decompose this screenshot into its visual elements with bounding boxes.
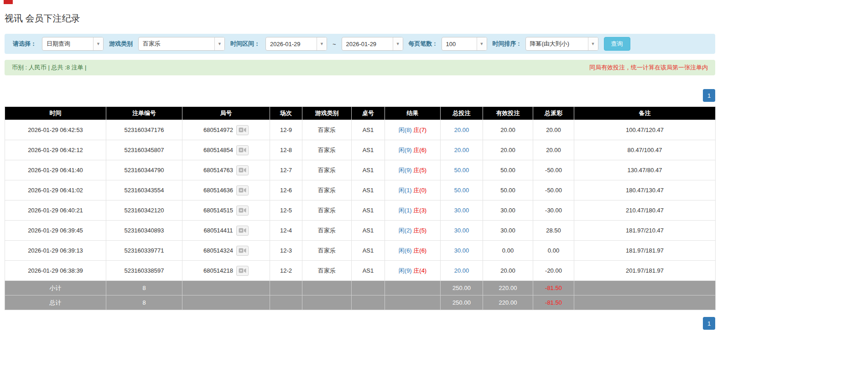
- date-to-value[interactable]: [342, 37, 393, 50]
- cell-valid-bet: 20.00: [483, 140, 533, 160]
- result-banker: 庄(5): [413, 227, 426, 234]
- footer-valid-bet: 220.00: [483, 295, 533, 310]
- cell-table-number: AS1: [352, 120, 385, 140]
- result-banker: 庄(6): [413, 147, 426, 153]
- game-type-value[interactable]: [139, 37, 214, 50]
- col-time: 时间: [5, 107, 106, 120]
- page-size-label: 每页笔数 :: [409, 40, 436, 48]
- date-from-value[interactable]: [266, 37, 317, 50]
- cell-result: 闲(1) 庄(0): [385, 180, 441, 200]
- video-replay-icon[interactable]: [236, 226, 249, 236]
- cell-bet-id: 523160344790: [106, 160, 182, 180]
- cell-note: 201.97/181.97: [574, 261, 716, 281]
- cell-bet-id: 523160343554: [106, 180, 182, 200]
- col-total-bet: 总投注: [441, 107, 483, 120]
- cell-round: 680514324: [182, 241, 270, 261]
- game-type-select[interactable]: ▼: [138, 37, 225, 51]
- cell-note: 181.97/181.97: [574, 241, 716, 261]
- cell-table-number: AS1: [352, 200, 385, 221]
- query-type-select[interactable]: ▼: [42, 37, 104, 51]
- video-replay-icon[interactable]: [236, 125, 249, 135]
- cell-valid-bet: 20.00: [483, 261, 533, 281]
- query-type-value[interactable]: [42, 37, 93, 50]
- footer-label: 小计: [5, 281, 106, 295]
- chevron-down-icon[interactable]: ▼: [214, 37, 224, 50]
- video-replay-icon[interactable]: [236, 206, 249, 216]
- chevron-down-icon[interactable]: ▼: [317, 37, 327, 50]
- cell-total-bet: 30.00: [441, 200, 483, 221]
- chevron-down-icon[interactable]: ▼: [393, 37, 403, 50]
- cell-time: 2026-01-29 06:39:45: [5, 221, 106, 241]
- cell-note: 180.47/130.47: [574, 180, 716, 200]
- total-bet-link[interactable]: 30.00: [454, 227, 469, 234]
- table-row: 2026-01-29 06:41:02523160343554680514636…: [5, 180, 716, 200]
- cell-time: 2026-01-29 06:42:53: [5, 120, 106, 140]
- cell-game-type: 百家乐: [302, 160, 352, 180]
- total-bet-link[interactable]: 50.00: [454, 167, 469, 174]
- page-size-select[interactable]: ▼: [442, 37, 487, 51]
- cell-note: 100.47/120.47: [574, 120, 716, 140]
- footer-count: 8: [106, 295, 182, 310]
- table-row: 2026-01-29 06:40:21523160342120680514515…: [5, 200, 716, 221]
- cell-table-number: AS1: [352, 241, 385, 261]
- video-replay-icon[interactable]: [236, 145, 249, 155]
- total-bet-link[interactable]: 30.00: [454, 207, 469, 214]
- cell-game-type: 百家乐: [302, 261, 352, 281]
- cell-session: 12-7: [270, 160, 302, 180]
- cell-valid-bet: 20.00: [483, 120, 533, 140]
- total-bet-link[interactable]: 30.00: [454, 247, 469, 254]
- total-bet-link[interactable]: 20.00: [454, 267, 469, 274]
- result-banker: 庄(6): [413, 247, 426, 254]
- cell-result: 闲(6) 庄(6): [385, 241, 441, 261]
- search-button[interactable]: 查询: [604, 37, 630, 51]
- total-bet-link[interactable]: 20.00: [454, 127, 469, 133]
- cell-valid-bet: 30.00: [483, 200, 533, 221]
- result-player: 闲(2): [399, 227, 412, 234]
- date-range-label: 时间区间：: [230, 40, 260, 48]
- col-session: 场次: [270, 107, 302, 120]
- pagination-bottom: 1: [5, 317, 715, 330]
- page-1-button[interactable]: 1: [703, 317, 715, 330]
- sort-order-select[interactable]: ▼: [525, 37, 598, 51]
- cell-table-number: AS1: [352, 140, 385, 160]
- cell-note: 130.47/80.47: [574, 160, 716, 180]
- cell-note: 181.97/210.47: [574, 221, 716, 241]
- total-bet-link[interactable]: 20.00: [454, 147, 469, 153]
- valid-bet-notice: 同局有效投注，统一计算在该局第一张注单内: [589, 63, 708, 72]
- result-player: 闲(9): [399, 167, 412, 174]
- total-row: 总计8250.00220.00-81.50: [5, 295, 716, 310]
- video-replay-icon[interactable]: [236, 185, 249, 195]
- cell-round: 680514763: [182, 160, 270, 180]
- query-type-label: 请选择：: [13, 40, 36, 48]
- cell-time: 2026-01-29 06:38:39: [5, 261, 106, 281]
- video-replay-icon[interactable]: [236, 165, 249, 175]
- main-container: 视讯 会员下注纪录 请选择： ▼ 游戏类别 ▼ 时间区间： ▼ ~ ▼ 每页笔数…: [5, 0, 715, 330]
- round-number: 680514636: [203, 187, 233, 194]
- cell-session: 12-2: [270, 261, 302, 281]
- cell-time: 2026-01-29 06:41:02: [5, 180, 106, 200]
- cell-result: 闲(9) 庄(5): [385, 160, 441, 180]
- cell-table-number: AS1: [352, 261, 385, 281]
- col-result: 结果: [385, 107, 441, 120]
- video-replay-icon[interactable]: [236, 246, 249, 256]
- chevron-down-icon[interactable]: ▼: [93, 37, 103, 50]
- date-from-select[interactable]: ▼: [265, 37, 327, 51]
- page-1-button[interactable]: 1: [703, 89, 715, 102]
- video-replay-icon[interactable]: [236, 266, 249, 276]
- total-bet-link[interactable]: 50.00: [454, 187, 469, 194]
- cell-time: 2026-01-29 06:41:40: [5, 160, 106, 180]
- result-banker: 庄(7): [413, 127, 426, 133]
- col-table-number: 桌号: [352, 107, 385, 120]
- date-to-select[interactable]: ▼: [342, 37, 403, 51]
- round-number: 680514515: [203, 207, 233, 214]
- cell-result: 闲(9) 庄(6): [385, 140, 441, 160]
- chevron-down-icon[interactable]: ▼: [477, 37, 487, 50]
- page-size-value[interactable]: [442, 37, 477, 50]
- sort-order-value[interactable]: [526, 37, 588, 50]
- page-title: 视讯 会员下注纪录: [5, 0, 715, 25]
- chevron-down-icon[interactable]: ▼: [588, 37, 598, 50]
- col-note: 备注: [574, 107, 716, 120]
- cell-table-number: AS1: [352, 160, 385, 180]
- cell-session: 12-9: [270, 120, 302, 140]
- cell-session: 12-5: [270, 200, 302, 221]
